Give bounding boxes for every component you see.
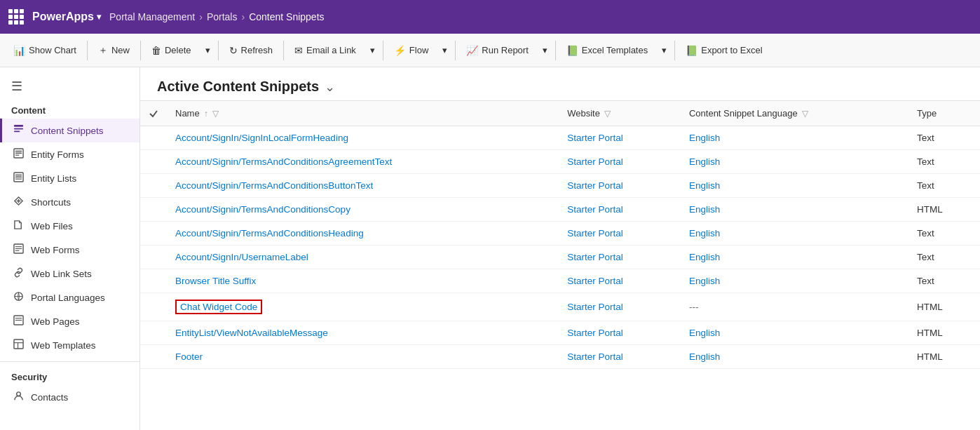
name-sort-icon[interactable]: ↑ — [204, 109, 208, 119]
sidebar-item-web-forms[interactable]: Web Forms — [0, 238, 139, 262]
sidebar-item-contacts[interactable]: Contacts — [0, 385, 139, 409]
row-website[interactable]: Starter Portal — [559, 269, 681, 293]
row-checkbox[interactable] — [140, 126, 167, 150]
email-link-button[interactable]: ✉ Email a Link — [287, 40, 364, 61]
trash-icon: 🗑 — [151, 45, 161, 56]
excel-templates-dropdown[interactable]: ▾ — [657, 40, 672, 60]
run-report-dropdown[interactable]: ▾ — [538, 40, 552, 60]
export-excel-button[interactable]: 📗 Export to Excel — [678, 40, 770, 61]
breadcrumb-root[interactable]: Portal Management — [109, 11, 195, 22]
row-language[interactable]: English — [681, 269, 908, 293]
row-website[interactable]: Starter Portal — [559, 293, 681, 321]
row-language[interactable]: English — [681, 321, 908, 345]
row-website[interactable]: Starter Portal — [559, 345, 681, 369]
table-row: Account/SignIn/UsernameLabelStarter Port… — [140, 246, 980, 269]
app-grid-icon[interactable] — [8, 9, 24, 25]
row-name[interactable]: Account/Signin/TermsAndConditionsHeading — [167, 222, 559, 246]
row-checkbox[interactable] — [140, 293, 167, 321]
row-name[interactable]: Account/SignIn/UsernameLabel — [167, 246, 559, 269]
row-checkbox[interactable] — [140, 321, 167, 345]
row-checkbox[interactable] — [140, 198, 167, 222]
sidebar-item-entity-forms[interactable]: Entity Forms — [0, 142, 139, 166]
sidebar-item-label: Entity Forms — [31, 149, 84, 160]
website-column-header[interactable]: Website ▽ — [559, 101, 681, 126]
sidebar-item-web-templates[interactable]: Web Templates — [0, 333, 139, 357]
row-name[interactable]: Account/Signin/TermsAndConditionsAgreeme… — [167, 150, 559, 174]
web-files-icon — [13, 220, 24, 232]
sidebar-item-label: Portal Languages — [31, 293, 105, 303]
sidebar-item-label: Web Pages — [31, 316, 80, 327]
row-name[interactable]: Account/Signin/TermsAndConditionsButtonT… — [167, 174, 559, 198]
web-forms-icon — [13, 243, 24, 256]
content-snippets-icon — [13, 124, 24, 137]
row-website[interactable]: Starter Portal — [559, 174, 681, 198]
breadcrumb: Portal Management › Portals › Content Sn… — [109, 11, 325, 22]
row-website[interactable]: Starter Portal — [559, 150, 681, 174]
name-column-header[interactable]: Name ↑ ▽ — [167, 101, 559, 126]
top-nav: PowerApps ▾ Portal Management › Portals … — [0, 0, 980, 34]
sidebar: ☰ Content Content Snippets Entity Forms … — [0, 67, 140, 430]
table-header-row: Name ↑ ▽ Website ▽ — [140, 101, 980, 126]
flow-button[interactable]: ⚡ Flow — [386, 40, 436, 61]
table-row: Browser Title SuffixStarter PortalEnglis… — [140, 269, 980, 293]
language-filter-icon[interactable]: ▽ — [802, 109, 808, 119]
checkbox-header[interactable] — [140, 101, 167, 126]
excel-templates-button[interactable]: 📗 Excel Templates — [559, 40, 655, 61]
title-chevron[interactable]: ⌄ — [325, 79, 335, 95]
content-table: Name ↑ ▽ Website ▽ — [140, 101, 980, 369]
entity-forms-icon — [13, 148, 24, 161]
sidebar-item-web-link-sets[interactable]: Web Link Sets — [0, 262, 139, 285]
row-checkbox[interactable] — [140, 269, 167, 293]
svg-point-23 — [17, 392, 21, 396]
delete-button[interactable]: 🗑 Delete — [144, 40, 199, 61]
excel-icon: 📗 — [566, 45, 578, 56]
row-name[interactable]: Account/SignIn/SignInLocalFormHeading — [167, 126, 559, 150]
sidebar-item-shortcuts[interactable]: Shortcuts — [0, 190, 139, 214]
row-name[interactable]: EntityList/ViewNotAvailableMessage — [167, 321, 559, 345]
row-website[interactable]: Starter Portal — [559, 222, 681, 246]
breadcrumb-portals[interactable]: Portals — [207, 11, 238, 22]
row-name[interactable]: Account/Signin/TermsAndConditionsCopy — [167, 198, 559, 222]
sidebar-item-portal-languages[interactable]: Portal Languages — [0, 285, 139, 309]
row-type: Text — [908, 174, 980, 198]
flow-dropdown[interactable]: ▾ — [437, 40, 452, 60]
row-website[interactable]: Starter Portal — [559, 126, 681, 150]
sidebar-hamburger[interactable]: ☰ — [0, 73, 139, 100]
row-checkbox[interactable] — [140, 174, 167, 198]
row-checkbox[interactable] — [140, 150, 167, 174]
row-language[interactable]: English — [681, 246, 908, 269]
new-button[interactable]: ＋ New — [90, 39, 137, 62]
sidebar-item-web-pages[interactable]: Web Pages — [0, 309, 139, 333]
sidebar-item-content-snippets[interactable]: Content Snippets — [0, 119, 139, 142]
run-report-button[interactable]: 📈 Run Report — [458, 40, 536, 61]
row-language[interactable]: English — [681, 126, 908, 150]
sidebar-item-web-files[interactable]: Web Files — [0, 214, 139, 238]
row-name[interactable]: Chat Widget Code — [167, 293, 559, 321]
refresh-button[interactable]: ↻ Refresh — [222, 40, 281, 61]
row-checkbox[interactable] — [140, 222, 167, 246]
app-chevron[interactable]: ▾ — [97, 12, 101, 22]
row-language[interactable]: English — [681, 345, 908, 369]
row-website[interactable]: Starter Portal — [559, 246, 681, 269]
email-dropdown[interactable]: ▾ — [365, 40, 380, 60]
sidebar-item-entity-lists[interactable]: Entity Lists — [0, 166, 139, 190]
language-column-header[interactable]: Content Snippet Language ▽ — [681, 101, 908, 126]
show-chart-button[interactable]: 📊 Show Chart — [6, 40, 84, 61]
name-filter-icon[interactable]: ▽ — [212, 109, 219, 119]
app-name[interactable]: PowerApps ▾ — [32, 11, 101, 23]
row-language[interactable]: English — [681, 198, 908, 222]
portal-languages-icon — [13, 291, 24, 304]
row-name[interactable]: Footer — [167, 345, 559, 369]
delete-dropdown[interactable]: ▾ — [200, 40, 215, 60]
table-row: EntityList/ViewNotAvailableMessageStarte… — [140, 321, 980, 345]
row-website[interactable]: Starter Portal — [559, 321, 681, 345]
row-language[interactable]: English — [681, 174, 908, 198]
row-checkbox[interactable] — [140, 345, 167, 369]
svg-rect-8 — [15, 175, 22, 175]
row-website[interactable]: Starter Portal — [559, 198, 681, 222]
website-filter-icon[interactable]: ▽ — [604, 109, 611, 119]
row-language[interactable]: English — [681, 222, 908, 246]
row-language[interactable]: English — [681, 150, 908, 174]
row-name[interactable]: Browser Title Suffix — [167, 269, 559, 293]
row-checkbox[interactable] — [140, 246, 167, 269]
